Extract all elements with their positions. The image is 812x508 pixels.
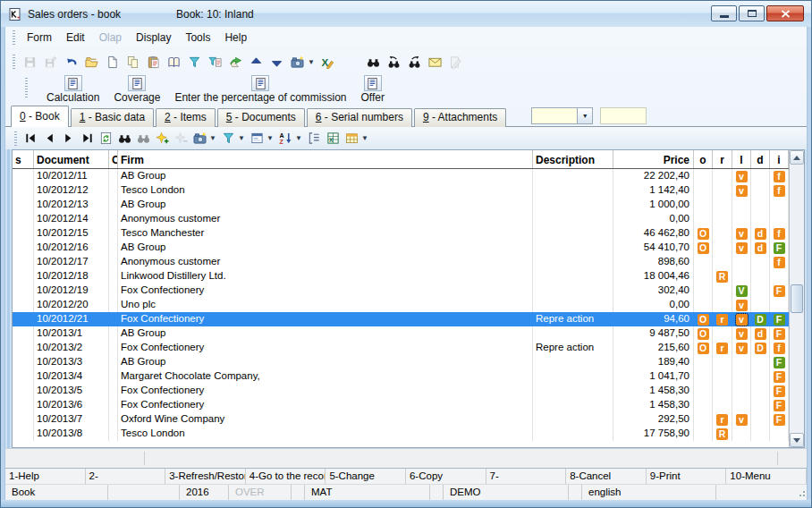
fkey-8-cancel[interactable]: 8-Cancel [566, 469, 647, 484]
cell-description[interactable] [533, 398, 613, 412]
table-columns-dropdown[interactable]: ▼ [361, 134, 371, 142]
cell-document[interactable]: 10/2012/21 [34, 312, 109, 326]
column-header-i[interactable]: i [770, 150, 789, 168]
cell-r[interactable] [713, 241, 732, 255]
cell-price[interactable]: 215,60 [613, 341, 694, 355]
cell-price[interactable]: 9 487,50 [613, 326, 694, 341]
cell-firm[interactable]: Margaret Chocolate Company, [118, 369, 533, 384]
cell-price[interactable]: 1 458,30 [613, 398, 694, 412]
cell-document[interactable]: 10/2013/5 [34, 384, 109, 398]
refresh-record-button[interactable] [97, 129, 115, 148]
undo-button[interactable] [61, 52, 81, 72]
previous-record-button[interactable] [40, 129, 59, 148]
cell-i[interactable] [770, 427, 789, 441]
find-button[interactable] [115, 129, 134, 148]
cell-firm[interactable]: Anonymous customer [118, 255, 533, 269]
cell-l[interactable] [732, 398, 751, 412]
fkey-6-copy[interactable]: 6-Copy [406, 469, 486, 484]
next-record-button[interactable] [59, 129, 78, 148]
cell-c[interactable] [109, 341, 118, 355]
cell-d[interactable]: D [751, 312, 770, 326]
column-header-c[interactable]: C [109, 150, 118, 168]
cell-s[interactable] [13, 326, 34, 341]
cell-price[interactable]: 898,60 [613, 255, 694, 269]
table-row[interactable]: 10/2013/4Margaret Chocolate Company,1 04… [13, 369, 789, 384]
cell-o[interactable] [694, 269, 713, 284]
cell-description[interactable] [533, 169, 613, 183]
cell-d[interactable] [751, 355, 770, 369]
cell-l[interactable]: v [732, 312, 751, 326]
cell-s[interactable] [13, 412, 34, 427]
cell-o[interactable] [694, 298, 713, 312]
cell-firm[interactable]: AB Group [118, 241, 533, 255]
cell-o[interactable] [694, 427, 713, 441]
cell-o[interactable] [694, 255, 713, 269]
menu-edit[interactable]: Edit [59, 29, 92, 47]
cell-description[interactable] [533, 412, 613, 427]
cell-r[interactable] [713, 198, 732, 212]
cell-document[interactable]: 10/2012/15 [34, 226, 109, 241]
cell-firm[interactable]: Oxford Wine Company [118, 412, 533, 427]
fkey-10-menu[interactable]: 10-Menu [726, 469, 807, 484]
filter-document-button[interactable] [205, 52, 225, 72]
table-row[interactable]: 10/2013/7Oxford Wine Company292,50rvF [13, 412, 789, 427]
combo-input[interactable] [531, 107, 578, 124]
column-header-firm[interactable]: Firm [118, 150, 533, 168]
tab-0-book[interactable]: 0 - Book [11, 106, 69, 127]
cell-c[interactable] [109, 226, 118, 241]
cell-document[interactable]: 10/2012/13 [34, 198, 109, 212]
cell-r[interactable] [713, 183, 732, 198]
tab-6-serial-numbers[interactable]: 6 - Serial numbers [307, 108, 412, 127]
cell-r[interactable]: r [713, 312, 732, 326]
cell-c[interactable] [109, 284, 118, 298]
cell-l[interactable]: v [732, 341, 751, 355]
cell-r[interactable] [713, 284, 732, 298]
cell-i[interactable]: f [770, 183, 789, 198]
cell-d[interactable] [751, 427, 770, 441]
menubar-grip[interactable] [13, 30, 15, 45]
cell-i[interactable]: F [770, 384, 789, 398]
cell-document[interactable]: 10/2012/11 [34, 169, 109, 183]
cell-s[interactable] [13, 312, 34, 326]
cell-r[interactable] [713, 326, 732, 341]
table-row[interactable]: 10/2012/14Anonymous customer0,00 [13, 212, 789, 226]
cell-description[interactable] [533, 355, 613, 369]
cell-r[interactable]: r [713, 412, 732, 427]
cell-document[interactable]: 10/2013/8 [34, 427, 109, 441]
cell-d[interactable]: d [751, 241, 770, 255]
cell-d[interactable]: d [751, 226, 770, 241]
export-excel-button[interactable]: X [324, 129, 343, 148]
cell-c[interactable] [109, 298, 118, 312]
fkey-9-print[interactable]: 9-Print [647, 469, 727, 484]
cell-l[interactable]: v [732, 326, 751, 341]
cell-o[interactable]: O [694, 312, 713, 326]
form-view-button[interactable] [248, 129, 266, 148]
cell-o[interactable] [694, 369, 713, 384]
cell-o[interactable] [694, 355, 713, 369]
cell-r[interactable]: r [713, 341, 732, 355]
cell-l[interactable]: v [732, 241, 751, 255]
cell-o[interactable] [694, 198, 713, 212]
tab-9-attachments[interactable]: 9 - Attachments [414, 108, 506, 127]
maximize-button[interactable] [739, 5, 765, 21]
scrollbar-up-button[interactable] [790, 150, 804, 165]
cell-l[interactable] [732, 369, 751, 384]
cell-d[interactable] [751, 212, 770, 226]
cell-c[interactable] [109, 369, 118, 384]
cell-price[interactable]: 94,60 [613, 312, 694, 326]
cell-firm[interactable]: Linkwood Distillery Ltd. [118, 269, 533, 284]
paste-document-button[interactable] [143, 52, 164, 72]
filter-button[interactable] [184, 52, 205, 72]
cell-r[interactable] [713, 298, 732, 312]
cell-l[interactable] [732, 427, 751, 441]
cell-document[interactable]: 10/2013/4 [34, 369, 109, 384]
action-coverage[interactable]: Coverage [114, 75, 160, 104]
snapshot-dropdown[interactable]: ▼ [209, 134, 219, 142]
resize-grip[interactable] [798, 491, 805, 498]
cell-i[interactable]: F [770, 326, 789, 341]
cell-price[interactable]: 18 004,46 [613, 269, 694, 284]
table-row[interactable]: 10/2013/8Tesco London17 758,90R [13, 427, 789, 441]
column-header-o[interactable]: o [694, 150, 713, 168]
cell-i[interactable] [770, 269, 789, 284]
table-row[interactable]: 10/2012/17Anonymous customer898,60f [13, 255, 789, 269]
